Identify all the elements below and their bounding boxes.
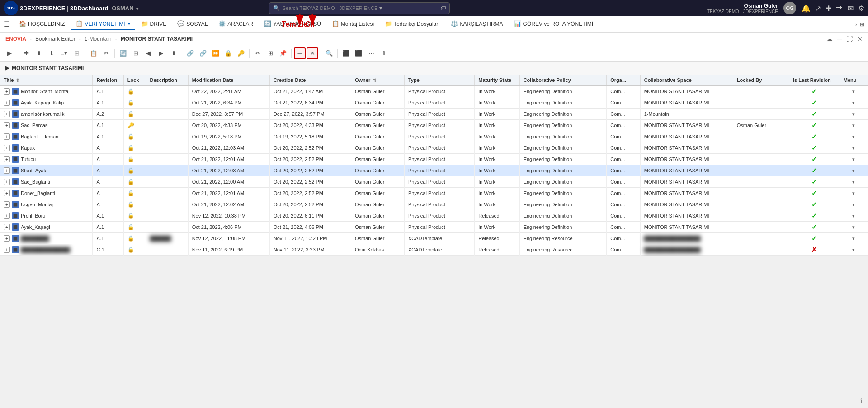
table-row[interactable]: +⬛KapakA🔒Oct 21, 2022, 12:03 AMOct 20, 2… [0, 142, 868, 154]
row-menu-btn[interactable]: ▾ [852, 202, 855, 207]
tb-search-btn[interactable]: 🔍 [323, 47, 335, 59]
tb-link-btn[interactable]: 🔗 [184, 47, 196, 59]
tb-filter-btn[interactable]: ≡▾ [58, 47, 70, 59]
table-row[interactable]: +⬛TutucuA🔒Oct 21, 2022, 12:01 AMOct 20, … [0, 154, 868, 165]
row-menu-btn[interactable]: ▾ [852, 247, 855, 252]
row-menu-btn[interactable]: ▾ [852, 145, 855, 151]
col-header-type[interactable]: Type [404, 75, 474, 85]
row-menu-btn[interactable]: ▾ [852, 190, 855, 196]
row-menu-btn[interactable]: ▾ [852, 111, 855, 117]
col-header-menu[interactable]: Menu [840, 75, 868, 85]
row-menu-btn[interactable]: ▾ [852, 179, 855, 185]
table-row[interactable]: +⬛Stant_AyakA🔒Oct 21, 2022, 12:03 AMOct … [0, 165, 868, 176]
tb-pin-btn[interactable]: 📌 [277, 47, 289, 59]
tb-prev-btn[interactable]: ◀ [142, 47, 154, 59]
col-header-crtdate[interactable]: Creation Date [269, 75, 351, 85]
table-row[interactable]: +⬛amortisör korumalıkA.2🔒Dec 27, 2022, 3… [0, 109, 868, 120]
row-expand-btn[interactable]: + [4, 88, 10, 95]
row-expand-btn[interactable]: + [4, 190, 10, 196]
row-menu-btn[interactable]: ▾ [852, 157, 855, 162]
tree-collapse-icon[interactable]: ▶ [5, 65, 9, 71]
table-row[interactable]: +⬛Sac_BaglantiA🔒Oct 21, 2022, 12:00 AMOc… [0, 176, 868, 188]
cell-menu[interactable]: ▾ [840, 233, 868, 244]
settings-icon[interactable]: ⚙ [858, 4, 864, 13]
tb-unlock-btn[interactable]: 🔑 [235, 47, 247, 59]
tb-expand-all-btn[interactable]: ▶ [4, 47, 15, 59]
user-avatar[interactable]: OG [783, 2, 796, 14]
row-menu-btn[interactable]: ▾ [852, 236, 855, 241]
row-menu-btn[interactable]: ▾ [852, 100, 855, 105]
hamburger-icon[interactable]: ☰ [4, 20, 10, 28]
col-header-maturity[interactable]: Maturity State [475, 75, 519, 85]
table-row[interactable]: +⬛Ucgen_MontajA🔒Oct 21, 2022, 12:02 AMOc… [0, 199, 868, 210]
nav-item-supplier[interactable]: 📁 Tedarikçi Dosyaları [380, 19, 444, 30]
row-menu-btn[interactable]: ▾ [852, 89, 855, 94]
tb-grid-btn[interactable]: ⊞ [264, 47, 276, 59]
tb-cut2-btn[interactable]: ✂ [252, 47, 264, 59]
row-expand-btn[interactable]: + [4, 167, 10, 174]
table-row[interactable]: +⬛Ayak_Kapagi_KalipA.1🔒Oct 21, 2022, 6:3… [0, 97, 868, 109]
tb-sort-btn[interactable]: ⬆ [168, 47, 179, 59]
row-expand-btn[interactable]: + [4, 122, 10, 128]
close-window-icon[interactable]: ✕ [857, 35, 863, 43]
table-row[interactable]: +⬛████████A.1🔒██████Nov 12, 2022, 11:08 … [0, 233, 868, 244]
forward-icon[interactable]: ⮕ [836, 4, 843, 13]
table-row[interactable]: +⬛Doner_BaglantiA🔒Oct 21, 2022, 12:01 AM… [0, 188, 868, 199]
tb-info-btn[interactable]: ℹ [378, 47, 390, 59]
tb-import-btn[interactable]: ⬛ [353, 47, 364, 59]
row-expand-btn[interactable]: + [4, 224, 10, 230]
tb-upload-btn[interactable]: ⬆ [33, 47, 45, 59]
row-menu-btn[interactable]: ▾ [852, 123, 855, 128]
maximize-icon[interactable]: ⛶ [846, 35, 853, 43]
tb-export-btn[interactable]: ⬛ [340, 47, 352, 59]
table-row[interactable]: +⬛Sac_ParcasiA.1🔑Oct 20, 2022, 4:33 PMOc… [0, 120, 868, 131]
notifications-icon[interactable]: 🔔 [802, 4, 811, 13]
nav-item-welcome[interactable]: 🏠 HOŞGELDINIZ [14, 19, 69, 30]
nav-item-drive[interactable]: 📁 DRIVE [137, 19, 171, 30]
cell-menu[interactable]: ▾ [840, 176, 868, 188]
row-menu-btn[interactable]: ▾ [852, 168, 855, 173]
col-header-lock[interactable]: Lock [123, 75, 146, 85]
tb-view-btn[interactable]: ⊞ [71, 47, 83, 59]
col-header-colpol[interactable]: Collaborative Policy [519, 75, 607, 85]
nav-item-tools[interactable]: ⚙️ ARAÇLAR [214, 19, 258, 30]
tb-add-btn[interactable]: ✚ [20, 47, 32, 59]
row-expand-btn[interactable]: + [4, 156, 10, 162]
cell-menu[interactable]: ▾ [840, 199, 868, 210]
row-expand-btn[interactable]: + [4, 145, 10, 151]
row-menu-btn[interactable]: ▾ [852, 224, 855, 230]
table-row[interactable]: +⬛Ayak_KapagiA.1🔒Oct 21, 2022, 4:06 PMOc… [0, 222, 868, 233]
cell-menu[interactable]: ▾ [840, 222, 868, 233]
nav-item-task[interactable]: 📊 GÖREV ve ROTA YÖNETİMİ [509, 19, 598, 30]
minimize-icon[interactable]: ─ [837, 35, 842, 43]
row-expand-btn[interactable]: + [4, 133, 10, 140]
row-expand-btn[interactable]: + [4, 111, 10, 117]
cell-menu[interactable]: ▾ [840, 165, 868, 176]
cell-menu[interactable]: ▾ [840, 188, 868, 199]
tb-expand-btn[interactable]: ⊞ [130, 47, 142, 59]
row-expand-btn[interactable]: + [4, 213, 10, 219]
cloud-icon[interactable]: ☁ [826, 35, 833, 43]
more-nav-icon[interactable]: › [855, 21, 857, 28]
search-bar[interactable]: 🔍 Search TEKYAZ DEMO - 3DEXPERIENCE ▾ 🏷 [269, 2, 450, 14]
tb-delete-btn[interactable]: ✕ [307, 47, 318, 59]
col-header-orga[interactable]: Orga... [607, 75, 641, 85]
row-expand-btn[interactable]: + [4, 247, 10, 253]
cell-menu[interactable]: ▾ [840, 142, 868, 154]
tb-minus-btn[interactable]: ─ [294, 47, 306, 59]
col-header-title[interactable]: Title ⇅ [0, 75, 93, 85]
cell-menu[interactable]: ▾ [840, 85, 868, 97]
cell-menu[interactable]: ▾ [840, 97, 868, 109]
col-header-revision[interactable]: Revision [93, 75, 123, 85]
nav-item-lifecycle[interactable]: 🔄 YAŞAM DÖNGÜSÜ [259, 19, 326, 30]
tb-config-btn[interactable]: ⏩ [210, 47, 222, 59]
cell-menu[interactable]: ▾ [840, 154, 868, 165]
tb-copy-btn[interactable]: 📋 [88, 47, 99, 59]
nav-item-compare[interactable]: ⚖️ KARŞILAŞTIRMA [446, 19, 508, 30]
col-header-owner[interactable]: Owner ⇅ [351, 75, 404, 85]
col-header-description[interactable]: Description [146, 75, 188, 85]
nav-item-bom[interactable]: 📋 Montaj Listesi [327, 19, 378, 30]
col-header-islast[interactable]: Is Last Revision [789, 75, 840, 85]
tb-next-btn[interactable]: ▶ [155, 47, 167, 59]
grid-view-icon[interactable]: ⊞ [860, 21, 864, 28]
